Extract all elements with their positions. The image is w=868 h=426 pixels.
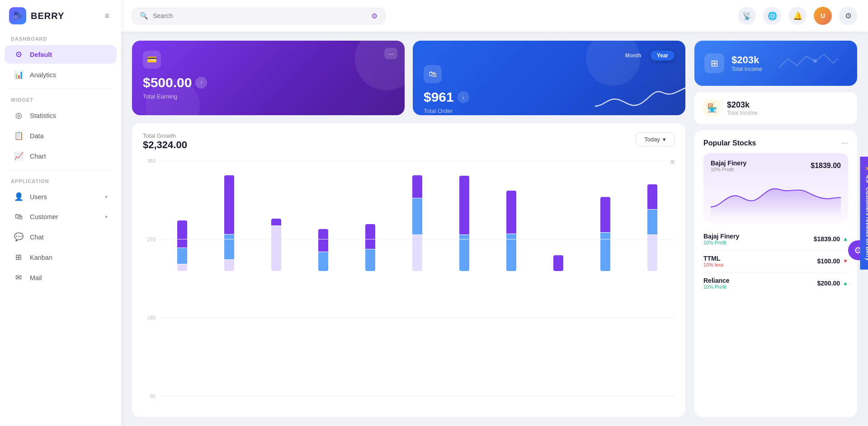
sidebar-item-users[interactable]: 👤 Users ▾ <box>5 187 117 206</box>
translate-button[interactable]: 🌐 <box>763 7 781 25</box>
stock-list-item-3: Reliance 10% Profit $200.00 ▲ <box>703 272 848 294</box>
stock-price: $200.00 <box>817 280 840 287</box>
dashboard-section-label: Dashboard <box>0 32 121 44</box>
stock-price: $100.00 <box>817 257 840 265</box>
right-panel: ⊞ $203k Total Income 🏪 <box>694 41 857 417</box>
bar-seg-blue <box>647 210 657 234</box>
stock-name-col: TTML 10% loss <box>703 255 724 267</box>
table-icon: ⊞ <box>711 58 718 69</box>
broadcast-button[interactable]: 📡 <box>738 7 756 25</box>
bar-chart <box>143 172 675 271</box>
customer-icon: 🛍 <box>14 212 24 221</box>
bar-seg-purple <box>553 255 563 271</box>
kanban-icon: ⊞ <box>14 253 24 262</box>
grid-line-360: 360 <box>143 158 675 164</box>
sidebar-logo: 🫐 BERRY ≡ <box>0 7 121 32</box>
earning-label: Total Earning <box>143 93 394 100</box>
month-toggle[interactable]: Month <box>619 51 648 61</box>
growth-info: Total Growth $2,324.00 <box>143 132 187 151</box>
bar-seg-blue <box>506 234 516 271</box>
statistics-icon: ◎ <box>14 111 24 120</box>
broadcast-icon: 📡 <box>742 11 752 21</box>
bar-seg-purple <box>318 229 328 252</box>
bar-group-10 <box>583 197 627 271</box>
search-icon: 🔍 <box>140 12 148 20</box>
bar-seg-light <box>647 235 657 271</box>
income-top-card: ⊞ $203k Total Income <box>694 41 857 86</box>
featured-stock-name: Bajaj Finery <box>711 159 746 167</box>
order-card: Month Year 🛍 $961 ↓ Total Order <box>413 41 685 115</box>
divider-1 <box>9 89 112 89</box>
sidebar-item-label: Kanban <box>30 254 52 261</box>
review-rating: 4.9 <box>865 175 868 183</box>
bar-seg-blue <box>318 252 328 271</box>
notification-button[interactable]: 🔔 <box>788 7 807 25</box>
earning-amount: $500.00 ↑ <box>143 75 394 90</box>
bar-seg-blue <box>365 249 375 271</box>
sidebar-item-mail[interactable]: ✉ Mail <box>5 268 117 287</box>
sidebar-item-chat[interactable]: 💬 Chat <box>5 228 117 246</box>
bar-seg-light <box>177 264 187 271</box>
search-input[interactable] <box>153 12 367 19</box>
sidebar-item-label: Chart <box>30 153 46 160</box>
growth-amount: $2,324.00 <box>143 139 187 151</box>
bar-seg-purple <box>224 175 234 234</box>
stocks-more-button[interactable]: ··· <box>841 138 848 148</box>
grid-label-360: 360 <box>143 158 156 164</box>
grid-line-90: 90 <box>143 393 675 399</box>
stats-row: ··· 💳 $500.00 ↑ Total Earning Month Year <box>132 41 685 115</box>
order-wave-chart <box>595 79 685 115</box>
sidebar-item-analytics[interactable]: 📊 Analytics <box>5 66 117 84</box>
year-toggle[interactable]: Year <box>651 51 675 61</box>
sidebar-item-default[interactable]: ⊙ Default <box>5 45 117 64</box>
translate-icon: 🌐 <box>768 11 777 21</box>
stock-price-col: $1839.00 ▲ <box>814 235 848 243</box>
sidebar-item-label: Customer <box>30 213 58 220</box>
bar-group-3 <box>254 219 298 271</box>
earning-value: $500.00 <box>143 75 192 90</box>
stock-sparkline-chart <box>711 176 841 216</box>
bar-group-6 <box>395 175 439 271</box>
bar-seg-purple <box>177 220 187 248</box>
chart-icon: 📈 <box>14 151 24 161</box>
bar-seg-purple <box>506 191 516 234</box>
sidebar-item-statistics[interactable]: ◎ Statistics <box>5 106 117 125</box>
bar-seg-light <box>412 235 422 271</box>
sidebar-item-data[interactable]: 📋 Data <box>5 126 117 145</box>
earning-more-button[interactable]: ··· <box>384 48 397 59</box>
grid-label-90: 90 <box>143 393 156 399</box>
sidebar-item-kanban[interactable]: ⊞ Kanban <box>5 248 117 267</box>
bell-icon: 🔔 <box>793 11 802 21</box>
sidebar-item-label: Mail <box>30 274 42 281</box>
data-icon: 📋 <box>14 131 24 140</box>
trend-down-badge: ↓ <box>458 91 469 103</box>
income-icon-box2: 🏪 <box>703 99 721 117</box>
star-icon: ★ <box>864 165 868 171</box>
sidebar-item-label: Statistics <box>30 112 56 119</box>
avatar[interactable]: U <box>814 7 832 25</box>
stock-list-item-2: TTML 10% loss $100.00 ▼ <box>703 250 848 272</box>
arrow-up-icon: ▲ <box>843 236 848 242</box>
filter-button[interactable]: ⚙ <box>371 12 377 20</box>
bar-group-7 <box>442 176 486 271</box>
income-bottom-amount: $203k <box>727 100 758 110</box>
chart-menu-button[interactable]: ≡ <box>670 158 675 166</box>
chevron-down-icon: ▾ <box>105 214 108 220</box>
search-box[interactable]: 🔍 ⚙ <box>132 8 385 24</box>
settings-button[interactable]: ⚙ <box>839 7 857 25</box>
header: 🔍 ⚙ 📡 🌐 🔔 U ⚙ <box>121 0 868 32</box>
review-tab[interactable]: ★ 4.9 Customers reviews on Berry <box>860 156 868 269</box>
stock-price: $1839.00 <box>814 235 840 243</box>
income-icon-box: ⊞ <box>704 53 724 73</box>
today-filter-button[interactable]: Today ▾ <box>636 132 675 146</box>
widget-section-label: Widget <box>0 93 121 105</box>
grid-label-180: 180 <box>143 315 156 320</box>
bar-seg-blue <box>412 198 422 234</box>
sidebar-item-label: Users <box>30 193 47 201</box>
income-bottom-label: Total Income <box>727 110 758 116</box>
hamburger-button[interactable]: ≡ <box>102 9 112 23</box>
settings-icon: ⚙ <box>845 11 852 21</box>
sidebar-item-customer[interactable]: 🛍 Customer ▾ <box>5 208 117 226</box>
stocks-title: Popular Stocks <box>703 139 756 147</box>
sidebar-item-chart[interactable]: 📈 Chart <box>5 147 117 165</box>
